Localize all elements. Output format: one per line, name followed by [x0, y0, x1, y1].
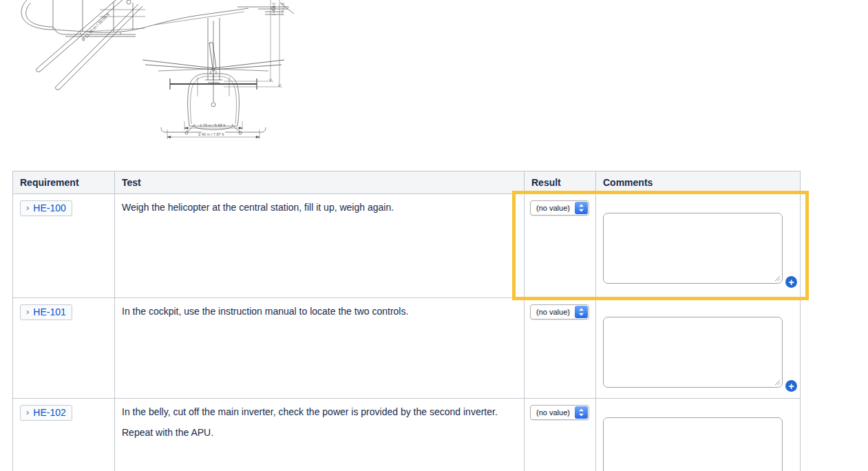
- comment-textarea[interactable]: [603, 317, 783, 388]
- requirement-key-he-101[interactable]: › HE-101: [20, 304, 72, 320]
- result-select[interactable]: (no value): [530, 200, 589, 216]
- expand-chevron-icon: ›: [26, 203, 29, 213]
- result-select[interactable]: (no value): [530, 405, 589, 420]
- table-row: › HE-100 Weigh the helicopter at the cen…: [13, 194, 801, 298]
- column-header-requirement: Requirement: [13, 171, 115, 194]
- select-spinner-icon: [575, 202, 588, 214]
- test-description: In the cockpit, use the instruction manu…: [122, 304, 517, 318]
- helicopter-technical-drawing: Ø 11.00 m / 36.09 ft 2.60 m / 2.77 m /: [17, 0, 306, 141]
- select-spinner-icon: [575, 306, 588, 318]
- requirement-link[interactable]: HE-100: [33, 202, 65, 213]
- test-description: Repeat with the APU.: [122, 426, 517, 439]
- height-dimension-inner: 2.60 m /: [272, 3, 276, 16]
- expand-chevron-icon: ›: [26, 307, 29, 317]
- requirements-table: Requirement Test Result Comments › HE-10…: [12, 171, 801, 471]
- add-comment-button[interactable]: +: [785, 276, 797, 288]
- comment-textarea[interactable]: [603, 213, 783, 284]
- add-comment-button[interactable]: +: [785, 380, 797, 392]
- select-spinner-icon: [575, 406, 588, 419]
- test-description: Weigh the helicopter at the central stat…: [122, 200, 517, 214]
- table-row: › HE-101 In the cockpit, use the instruc…: [13, 298, 801, 399]
- table-header-row: Requirement Test Result Comments: [13, 171, 801, 194]
- requirement-key-he-100[interactable]: › HE-100: [20, 200, 72, 216]
- requirement-link[interactable]: HE-102: [33, 407, 65, 418]
- comment-textarea[interactable]: [603, 417, 783, 471]
- result-select-value: (no value): [531, 308, 574, 316]
- front-width-outer-label: 2.40 m / 7.87 ft: [198, 132, 224, 136]
- result-select-value: (no value): [531, 204, 574, 212]
- test-description: In the belly, cut off the main inverter,…: [122, 405, 517, 419]
- column-header-test: Test: [115, 171, 525, 194]
- table-row: › HE-102 In the belly, cut off the main …: [13, 399, 801, 471]
- requirement-link[interactable]: HE-101: [33, 306, 65, 317]
- column-header-result: Result: [525, 171, 596, 194]
- helicopter-side-view: Ø 11.00 m / 36.09 ft 2.60 m / 2.77 m /: [21, 0, 294, 90]
- requirement-key-he-102[interactable]: › HE-102: [20, 405, 72, 421]
- expand-chevron-icon: ›: [26, 408, 29, 417]
- page: Ø 11.00 m / 36.09 ft 2.60 m / 2.77 m /: [0, 0, 868, 471]
- column-header-comments: Comments: [596, 171, 801, 194]
- result-select[interactable]: (no value): [530, 304, 589, 320]
- height-dimension-outer: 2.77 m /: [281, 3, 285, 16]
- front-width-inner-label: 1.73 m / 5.68 ft: [200, 123, 226, 127]
- result-select-value: (no value): [531, 408, 574, 417]
